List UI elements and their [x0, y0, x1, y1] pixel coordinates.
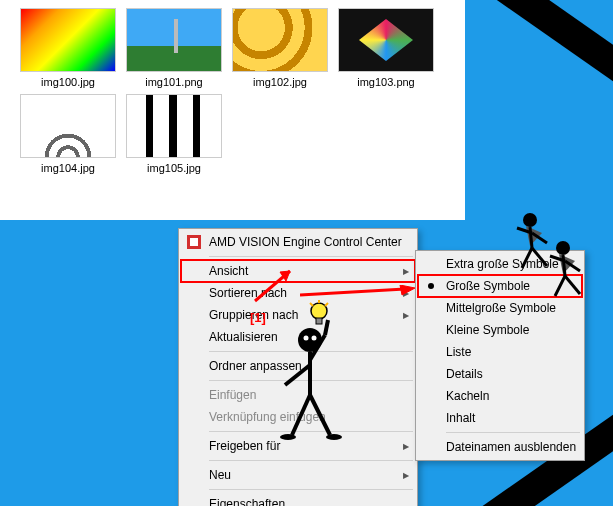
lightbulb-icon — [308, 300, 330, 328]
menu-amd-vision[interactable]: AMD VISION Engine Control Center — [181, 231, 415, 253]
menu-label: Details — [446, 367, 483, 381]
menu-label: Einfügen — [209, 388, 256, 402]
svg-line-10 — [325, 303, 328, 306]
menu-separator — [209, 489, 413, 490]
menu-label: Neu — [209, 468, 231, 482]
svg-point-22 — [523, 213, 537, 227]
menu-separator — [209, 256, 413, 257]
svg-marker-5 — [400, 285, 415, 295]
menu-label: Liste — [446, 345, 471, 359]
svg-line-9 — [310, 303, 313, 306]
submenu-kleine-symbole[interactable]: Kleine Symbole — [418, 319, 582, 341]
menu-label: Extra große Symbole — [446, 257, 559, 271]
menu-separator — [209, 431, 413, 432]
svg-marker-23 — [526, 226, 542, 246]
menu-label: Ordner anpassen... — [209, 359, 312, 373]
thumbnail-image — [20, 8, 116, 72]
menu-separator — [209, 460, 413, 461]
menu-gruppieren-nach[interactable]: Gruppieren nach — [181, 304, 415, 326]
thumbnail-label: img103.png — [336, 76, 436, 88]
file-thumbnail[interactable]: img104.jpg — [18, 94, 118, 174]
submenu-liste[interactable]: Liste — [418, 341, 582, 363]
svg-line-25 — [517, 228, 532, 233]
menu-label: Inhalt — [446, 411, 475, 425]
submenu-mittelgrosse[interactable]: Mittelgroße Symbole — [418, 297, 582, 319]
file-thumbnail[interactable]: img105.jpg — [124, 94, 224, 174]
menu-label: Ansicht — [209, 264, 248, 278]
svg-line-4 — [300, 289, 405, 295]
annotation-marker: [1] — [250, 310, 266, 325]
svg-line-26 — [532, 233, 547, 243]
submenu-grosse-symbole[interactable]: Große Symbole — [418, 275, 582, 297]
thumbnail-image — [338, 8, 434, 72]
menu-separator — [209, 380, 413, 381]
thumbnail-image — [126, 8, 222, 72]
amd-icon — [187, 235, 201, 249]
menu-eigenschaften[interactable]: Eigenschaften — [181, 493, 415, 506]
svg-rect-7 — [316, 318, 322, 324]
menu-label: Mittelgroße Symbole — [446, 301, 556, 315]
menu-label: Dateinamen ausblenden — [446, 440, 576, 454]
annotation-arrow-icon — [250, 266, 300, 306]
thumbnail-image — [20, 94, 116, 158]
thumbnail-label: img100.jpg — [18, 76, 118, 88]
thumbnail-label: img105.jpg — [124, 162, 224, 174]
menu-label: Aktualisieren — [209, 330, 278, 344]
menu-neu[interactable]: Neu — [181, 464, 415, 486]
menu-label: Große Symbole — [446, 279, 530, 293]
menu-separator — [209, 351, 413, 352]
file-thumbnail[interactable]: img102.jpg — [230, 8, 330, 88]
menu-label: Verknüpfung einfügen — [209, 410, 326, 424]
menu-label: Freigeben für — [209, 439, 280, 453]
explorer-pane: img100.jpgimg101.pngimg102.jpgimg103.png… — [0, 0, 465, 220]
menu-verknuepfung-einfuegen: Verknüpfung einfügen — [181, 406, 415, 428]
thumbnail-image — [126, 94, 222, 158]
svg-rect-1 — [190, 238, 198, 246]
submenu-extra-grosse[interactable]: Extra große Symbole — [418, 253, 582, 275]
menu-label: Eigenschaften — [209, 497, 285, 506]
file-thumbnail[interactable]: img103.png — [336, 8, 436, 88]
submenu-details[interactable]: Details — [418, 363, 582, 385]
menu-aktualisieren[interactable]: Aktualisieren — [181, 326, 415, 348]
menu-label: AMD VISION Engine Control Center — [209, 235, 402, 249]
menu-ordner-anpassen[interactable]: Ordner anpassen... — [181, 355, 415, 377]
thumbnail-image — [232, 8, 328, 72]
submenu-dateinamen-ausblenden[interactable]: Dateinamen ausblenden — [418, 436, 582, 458]
menu-label: Kleine Symbole — [446, 323, 529, 337]
file-thumbnail[interactable]: img101.png — [124, 8, 224, 88]
thumbnail-label: img104.jpg — [18, 162, 118, 174]
svg-line-24 — [530, 227, 532, 248]
menu-separator — [446, 432, 580, 433]
submenu-ansicht: Extra große Symbole Große Symbole Mittel… — [415, 250, 585, 461]
menu-einfuegen: Einfügen — [181, 384, 415, 406]
menu-freigeben-fuer[interactable]: Freigeben für — [181, 435, 415, 457]
desktop-stripe — [482, 0, 613, 105]
menu-label: Kacheln — [446, 389, 489, 403]
thumbnail-label: img102.jpg — [230, 76, 330, 88]
submenu-inhalt[interactable]: Inhalt — [418, 407, 582, 429]
file-thumbnail[interactable]: img100.jpg — [18, 8, 118, 88]
thumbnail-label: img101.png — [124, 76, 224, 88]
submenu-kacheln[interactable]: Kacheln — [418, 385, 582, 407]
